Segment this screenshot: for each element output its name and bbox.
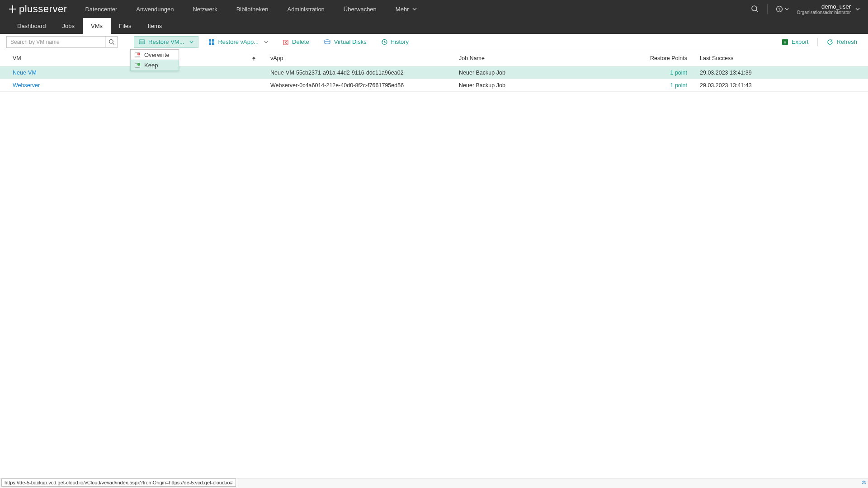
refresh-label: Refresh xyxy=(836,38,857,45)
svg-rect-9 xyxy=(212,39,214,42)
nav-more-label: Mehr xyxy=(396,6,409,13)
nav-network[interactable]: Netzwerk xyxy=(193,6,217,13)
chevron-down-icon xyxy=(855,8,860,10)
svg-rect-8 xyxy=(209,39,211,42)
last-success-cell: 29.03.2023 13:41:39 xyxy=(700,70,752,76)
plus-icon xyxy=(8,5,17,14)
restore-vapp-label: Restore vApp... xyxy=(218,38,259,45)
refresh-button[interactable]: Refresh xyxy=(822,36,862,48)
col-vm[interactable]: VM xyxy=(13,55,21,61)
global-search-icon[interactable] xyxy=(751,5,759,13)
history-button[interactable]: History xyxy=(377,36,413,48)
history-icon xyxy=(381,39,387,45)
status-url: https://de-5-backup.vcd.get-cloud.io/vCl… xyxy=(1,479,236,487)
last-success-cell: 29.03.2023 13:41:43 xyxy=(700,82,752,89)
chevron-down-icon xyxy=(189,41,193,43)
tab-items[interactable]: Items xyxy=(140,18,170,34)
chevron-down-icon xyxy=(785,8,789,10)
refresh-icon xyxy=(827,39,833,45)
nav-datacenter[interactable]: Datencenter xyxy=(85,6,117,13)
double-chevron-up-icon xyxy=(861,479,867,485)
job-cell: Neuer Backup Job xyxy=(459,82,505,89)
job-cell: Neuer Backup Job xyxy=(459,70,505,76)
col-last-success[interactable]: Last Success xyxy=(700,55,733,61)
separator xyxy=(767,4,768,14)
export-button[interactable]: x Export xyxy=(777,36,813,48)
excel-icon: x xyxy=(782,39,788,45)
col-restore-points[interactable]: Restore Points xyxy=(650,55,687,61)
vapp-icon xyxy=(208,39,215,45)
table-row[interactable]: Webserver Webserver-0c4a6014-212e-40d0-8… xyxy=(0,79,868,92)
svg-point-15 xyxy=(325,39,330,41)
user-menu[interactable]: demo_user Organisationsadministrator xyxy=(797,3,860,15)
delete-label: Delete xyxy=(292,38,309,45)
nav-applications[interactable]: Anwendungen xyxy=(136,6,174,13)
delete-button[interactable]: Delete xyxy=(278,36,314,48)
search-button[interactable] xyxy=(105,37,117,47)
vapp-cell: Webserver-0c4a6014-212e-40d0-8f2c-f76617… xyxy=(270,82,404,89)
restore-vm-dropdown: Overwrite Keep xyxy=(130,49,179,71)
restore-vm-button[interactable]: Restore VM... xyxy=(134,36,198,48)
tab-dashboard[interactable]: Dashboard xyxy=(9,18,54,34)
nav-administration[interactable]: Administration xyxy=(287,6,324,13)
brand-part1: plus xyxy=(19,3,38,15)
export-label: Export xyxy=(792,38,809,45)
tab-jobs[interactable]: Jobs xyxy=(54,18,83,34)
help-icon: ? xyxy=(776,5,783,13)
chevron-down-icon xyxy=(264,41,268,43)
svg-rect-7 xyxy=(140,41,144,43)
vm-link[interactable]: Webserver xyxy=(13,82,40,89)
restore-vapp-button[interactable]: Restore vApp... xyxy=(204,36,273,48)
tab-files[interactable]: Files xyxy=(111,18,139,34)
dropdown-keep[interactable]: Keep xyxy=(130,60,179,71)
dropdown-overwrite-label: Overwrite xyxy=(144,52,170,58)
help-menu[interactable]: ? xyxy=(776,5,789,13)
vapp-cell: Neue-VM-55cb2371-a91a-44d2-9116-ddc11a96… xyxy=(270,70,404,76)
brand-logo: plus server xyxy=(8,3,67,15)
keep-icon xyxy=(134,62,141,69)
disks-icon xyxy=(324,39,331,45)
collapse-handle[interactable] xyxy=(861,479,867,485)
dropdown-keep-label: Keep xyxy=(144,62,158,69)
nav-libraries[interactable]: Bibliotheken xyxy=(236,6,269,13)
search-box xyxy=(6,36,118,48)
sort-asc-icon[interactable] xyxy=(252,56,256,61)
vm-link[interactable]: Neue-VM xyxy=(13,70,37,76)
svg-text:?: ? xyxy=(778,7,780,12)
virtual-disks-label: Virtual Disks xyxy=(334,38,367,45)
brand-part2: server xyxy=(38,3,67,15)
history-label: History xyxy=(391,38,409,45)
tab-vms[interactable]: VMs xyxy=(83,18,111,34)
vm-icon xyxy=(139,39,145,45)
search-input[interactable] xyxy=(7,39,105,45)
search-icon xyxy=(108,39,115,45)
delete-icon xyxy=(283,39,289,45)
col-vapp[interactable]: vApp xyxy=(270,55,283,61)
overwrite-icon xyxy=(134,52,141,58)
user-name: demo_user xyxy=(797,3,851,10)
svg-line-5 xyxy=(113,43,114,44)
restore-vm-label: Restore VM... xyxy=(148,38,184,45)
svg-rect-11 xyxy=(212,42,214,45)
svg-point-0 xyxy=(752,6,757,11)
separator xyxy=(817,38,818,46)
svg-rect-10 xyxy=(209,42,211,45)
col-job[interactable]: Job Name xyxy=(459,55,485,61)
restore-points-link[interactable]: 1 point xyxy=(670,70,687,76)
virtual-disks-button[interactable]: Virtual Disks xyxy=(319,36,371,48)
chevron-down-icon xyxy=(412,8,417,10)
svg-text:x: x xyxy=(784,40,786,44)
nav-more[interactable]: Mehr xyxy=(396,6,417,13)
svg-line-1 xyxy=(756,10,758,12)
restore-points-link[interactable]: 1 point xyxy=(670,82,687,89)
svg-point-4 xyxy=(109,39,113,43)
dropdown-overwrite[interactable]: Overwrite xyxy=(131,50,179,60)
user-role: Organisationsadministrator xyxy=(797,10,851,15)
nav-monitor[interactable]: Überwachen xyxy=(344,6,377,13)
